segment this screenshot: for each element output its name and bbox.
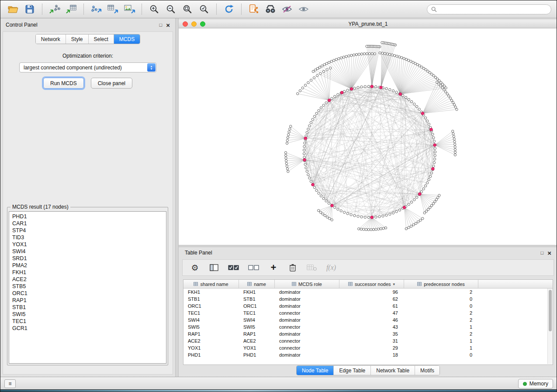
table-row[interactable]: FKH1FKH1dominator962	[183, 289, 553, 296]
network-node[interactable]	[346, 213, 349, 215]
network-node[interactable]	[386, 53, 388, 55]
network-node[interactable]	[286, 142, 288, 144]
network-node[interactable]	[432, 165, 435, 167]
mcds-result-item[interactable]: CAR1	[12, 220, 163, 227]
network-node[interactable]	[355, 53, 357, 55]
network-node[interactable]	[312, 70, 314, 72]
network-node[interactable]	[396, 55, 398, 57]
table-row[interactable]: SWI4SWI4dominator462	[183, 316, 553, 323]
column-header-successor-nodes[interactable]: successor nodes▾	[339, 280, 404, 288]
network-node[interactable]	[452, 101, 454, 103]
network-node[interactable]	[445, 91, 447, 93]
network-node[interactable]	[446, 93, 448, 95]
open-session-button[interactable]	[6, 2, 21, 16]
network-node[interactable]	[401, 56, 403, 58]
network-node[interactable]	[379, 52, 381, 54]
network-node[interactable]	[316, 67, 318, 69]
network-node[interactable]	[402, 94, 404, 96]
network-node[interactable]	[322, 197, 325, 199]
network-node[interactable]	[453, 138, 455, 140]
network-node[interactable]	[395, 210, 398, 213]
network-node[interactable]	[438, 83, 440, 85]
network-node[interactable]	[433, 140, 435, 142]
table-tab-node-table[interactable]: Node Table	[297, 366, 334, 375]
network-node[interactable]	[417, 221, 419, 223]
network-node[interactable]	[454, 151, 456, 153]
network-node[interactable]	[443, 89, 445, 91]
network-node[interactable]	[378, 216, 381, 218]
network-node[interactable]	[422, 217, 424, 220]
tab-mcds[interactable]: MCDS	[114, 34, 140, 44]
network-node[interactable]	[428, 123, 430, 125]
column-header-predecessor-nodes[interactable]: predecessor nodes	[404, 280, 478, 288]
network-node[interactable]	[350, 213, 352, 216]
network-node[interactable]	[326, 216, 328, 218]
network-node[interactable]	[360, 228, 362, 230]
network-node[interactable]	[303, 145, 305, 148]
network-node[interactable]	[363, 228, 365, 230]
network-node[interactable]	[325, 62, 328, 65]
mcds-result-item[interactable]: PMA2	[12, 262, 163, 269]
network-node[interactable]	[371, 52, 373, 55]
network-node[interactable]	[375, 86, 377, 88]
network-node[interactable]	[319, 72, 322, 75]
network-node[interactable]	[423, 212, 426, 214]
mcds-result-item[interactable]: SWI5	[12, 311, 163, 318]
network-node[interactable]	[410, 225, 412, 227]
network-node[interactable]	[436, 81, 438, 83]
network-node[interactable]	[286, 168, 288, 170]
network-node[interactable]	[430, 172, 432, 174]
network-node[interactable]	[310, 180, 312, 182]
network-node[interactable]	[389, 89, 391, 91]
table-tab-edge-table[interactable]: Edge Table	[334, 366, 371, 375]
table-settings-button[interactable]: ⚙	[190, 261, 200, 274]
network-node[interactable]	[329, 217, 331, 220]
window-minimize-icon[interactable]	[191, 21, 197, 27]
network-node[interactable]	[325, 102, 327, 104]
mcds-result-item[interactable]: STB1	[12, 304, 163, 311]
network-node[interactable]	[433, 158, 436, 160]
network-node[interactable]	[318, 192, 320, 194]
table-row[interactable]: PHD1PHD1dominator180	[183, 351, 553, 358]
zoom-selected-button[interactable]	[197, 2, 211, 16]
run-mcds-button[interactable]: Run MCDS	[43, 78, 84, 89]
tab-select[interactable]: Select	[89, 34, 114, 44]
network-node[interactable]	[304, 163, 306, 165]
network-node[interactable]	[375, 216, 377, 218]
mcds-result-item[interactable]: PHD1	[12, 213, 163, 220]
network-node[interactable]	[366, 52, 368, 55]
network-node[interactable]	[426, 182, 429, 184]
function-builder-button[interactable]: f(x)	[326, 261, 336, 274]
network-node[interactable]	[357, 215, 359, 217]
close-panel-icon[interactable]: ×	[166, 22, 170, 28]
network-node[interactable]	[410, 60, 412, 62]
table-row[interactable]: YOX1YOX1connector291	[183, 344, 553, 351]
network-node[interactable]	[398, 56, 400, 58]
share-document-button[interactable]	[246, 2, 261, 16]
network-node[interactable]	[382, 227, 384, 230]
network-node[interactable]	[453, 141, 456, 143]
network-node[interactable]	[452, 133, 454, 135]
network-node[interactable]	[324, 214, 326, 217]
network-node[interactable]	[434, 151, 436, 153]
network-hub-node[interactable]	[331, 204, 334, 207]
network-node[interactable]	[308, 125, 311, 127]
network-node[interactable]	[358, 228, 360, 230]
network-node[interactable]	[381, 52, 384, 54]
network-node[interactable]	[328, 61, 330, 63]
float-table-panel-icon[interactable]: □	[541, 251, 544, 255]
export-image-button[interactable]	[122, 2, 137, 16]
mcds-result-item[interactable]: STB5	[12, 283, 163, 290]
show-columns-button[interactable]	[209, 261, 219, 274]
float-panel-icon[interactable]: □	[159, 23, 163, 28]
mcds-result-list[interactable]: PHD1CAR1STP4TID3YOX1SWI4SRD1PMA2FKH1ACE2…	[9, 211, 166, 364]
mcds-result-item[interactable]: ORC1	[12, 290, 163, 297]
network-node[interactable]	[448, 95, 450, 97]
network-node[interactable]	[331, 97, 333, 100]
network-node[interactable]	[320, 107, 322, 109]
network-node[interactable]	[408, 59, 410, 62]
network-node[interactable]	[346, 89, 349, 91]
network-node[interactable]	[415, 222, 417, 224]
network-node[interactable]	[301, 87, 304, 89]
network-node[interactable]	[425, 117, 427, 119]
